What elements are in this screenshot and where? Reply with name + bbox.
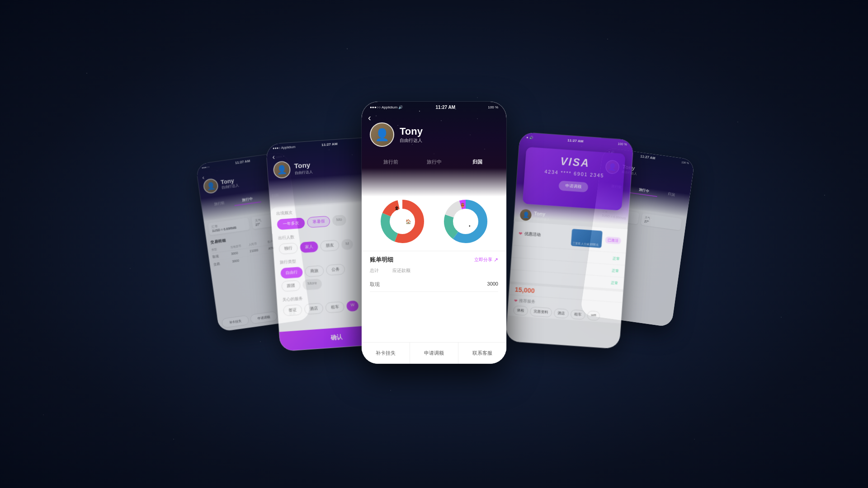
phone4-svc-3[interactable]: 租车 [570,310,585,320]
phone1-btn-adjust[interactable]: 申请调额 [250,311,278,324]
phone4-avatar: 👤 [519,209,532,221]
phone3-bill-section: 账单明细 立即分享 ↗ 总计 应还款额 取现 3000 [362,251,506,294]
phone4-apply-btn[interactable]: 申请调额 [558,181,588,192]
phone3-bill-value: 3000 [487,281,498,288]
phone5-tab-1[interactable]: 旅行中 [630,185,658,197]
phone4-normal-1: 正常 [612,256,620,262]
phone1-avatar: 👤 [203,178,219,194]
phone3-bill-label: 取现 [370,281,380,288]
phone3-charts: 🗑 🏠 [362,188,506,251]
phone1-signal: ●●●○○ [202,165,210,169]
phone2-freq-tag-0[interactable]: 一年多次 [277,218,306,230]
phone4-svc-4[interactable]: wifi [587,310,600,321]
phone4-svc-1[interactable]: 完善资料 [530,306,552,317]
phone3-bill-row: 取现 3000 [370,277,498,292]
phone3-tab-2[interactable]: 归国 [457,157,498,167]
phone4-subtitle: 自由行达人 [533,216,550,221]
phone3-donut-1: 🗑 🏠 [377,197,427,246]
phone4-promo-img: 三亚双人立减1000元 [571,229,603,248]
phone3-tab-1[interactable]: 旅行中 [413,157,455,167]
phone1-time: 11:27 AM [235,159,250,165]
phone2-time: 11:27 AM [321,142,338,147]
phone2-avatar: 👤 [273,161,291,179]
phone3-signal: ●●●○○ Applidium 🔊 [370,105,403,109]
phone3-avatar: 👤 [370,122,394,147]
phone1-tab-1[interactable]: 旅行中 [234,194,261,206]
phone2-people-tag-2[interactable]: 朋友 [320,240,340,252]
phone3-battery: 100 % [488,105,498,109]
phone2-type-tag-0[interactable]: 自由行 [280,267,303,279]
phone2-svc-tag-3[interactable]: W [346,300,359,312]
phone3-btn-adjust[interactable]: 申请调额 [410,343,458,364]
phone-3: ●●●○○ Applidium 🔊 11:27 AM 100 % ‹ 👤 Ton… [362,102,506,364]
phone3-status-bar: ●●●○○ Applidium 🔊 11:27 AM 100 % [362,102,506,113]
phone1-btn-replace[interactable]: 补卡挂失 [222,315,250,328]
phone3-tabs: 旅行前 旅行中 归国 [362,155,506,169]
heart-icon-1: ❤ [519,231,523,236]
phone3-subtitle: 自由行达人 [400,137,423,144]
phone4-svc-2[interactable]: 酒店 [554,308,569,319]
phone4-signal: ● 🔊 [526,135,533,139]
phone2-name: Tony [294,161,313,170]
phone3-action-buttons: 补卡挂失 申请调额 联系客服 [362,342,506,364]
phone2-type-tag-1[interactable]: 商旅 [305,265,324,277]
phone1-tab-0[interactable]: 旅行前 [206,198,233,210]
phone4-promo-label: 优惠活动 [524,231,541,238]
phone2-type-tag-2[interactable]: 公务 [326,264,345,276]
phone3-btn-replace[interactable]: 补卡挂失 [362,343,410,364]
phone2-signal: ●●●○ Applidium [273,145,296,150]
phone3-tab-0[interactable]: 旅行前 [370,157,411,167]
phone3-name: Tony [400,126,423,137]
phone3-btn-contact[interactable]: 联系客服 [458,343,506,364]
phone2-type-more[interactable]: More [302,278,322,290]
phone3-donut-2: 🏺 ▪ [441,197,491,246]
phone4-rec-title: 推荐服务 [519,298,535,305]
heart-icon-2: ❤ [514,298,518,303]
phone2-svc-tag-2[interactable]: 租车 [325,301,344,313]
phone2-svc-tag-1[interactable]: 酒店 [304,303,324,314]
phone3-bill-title: 账单明细 [370,256,393,264]
phone4-time: 11:27 AM [567,138,584,143]
phone3-time: 11:27 AM [436,105,456,110]
phone2-freq-tag-1[interactable]: 寒暑假 [307,216,330,228]
phone4-battery: 100 % [618,142,627,146]
phone4-activated-tag: 已激活 [605,236,621,244]
phone5-battery: 100 % [681,160,689,164]
phone2-people-tag-0[interactable]: 独行 [278,243,298,254]
phone4-content: ❤ 优惠活动 三亚双人立减1000元 已激活 正常 正常 [505,221,627,349]
phone3-col-due: 应还款额 [392,267,410,274]
phone-4: ● 🔊 11:27 AM 100 % VISA 4234 **** 6901 2… [505,132,634,349]
phone2-people-tag-1[interactable]: 家人 [300,241,318,253]
phone4-amount: 15,000 [514,286,535,294]
phone4-visa-card: VISA 4234 **** 6901 2345 申请调额 [523,147,626,211]
phone4-svc-0[interactable]: 体检 [513,305,528,316]
phone4-normal-3: 正常 [611,280,618,286]
phone2-freq-more[interactable]: Mo [332,215,347,226]
phone3-share-btn[interactable]: 立即分享 ↗ [474,257,498,263]
phone2-type-tag-3[interactable]: 跟团 [281,280,301,292]
phone3-col-total: 总计 [370,267,379,274]
phone2-svc-tag-0[interactable]: 签证 [283,304,302,316]
phone2-subtitle: 自由行达人 [295,169,313,175]
phone5-tab-2[interactable]: 归国 [657,189,685,201]
phone5-time: 11:27 AM [640,154,656,160]
phone2-people-more[interactable]: M [341,239,354,250]
phone4-normal-2: 正常 [611,268,619,274]
